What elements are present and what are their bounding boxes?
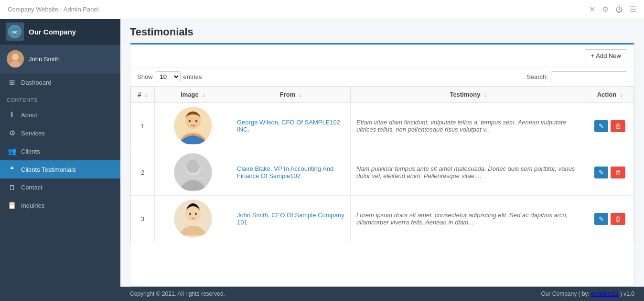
menu-icon[interactable]: ☰ <box>630 5 636 14</box>
sidebar-user: John Smith <box>0 45 120 73</box>
table-row: 2 <box>131 149 634 196</box>
col-header-num[interactable]: # ↕ <box>131 87 155 103</box>
quote-icon: ❝ <box>8 165 16 174</box>
delete-button[interactable]: 🗑 <box>611 167 625 178</box>
inquiries-icon: 📋 <box>8 201 16 210</box>
row-from: George Wilson, CFO Of SAMPLE102 INC. <box>231 103 351 149</box>
show-entries: Show 10 25 50 100 entries <box>137 71 202 82</box>
row-image <box>155 196 231 242</box>
sidebar-item-clients[interactable]: 👥 Clients <box>0 142 120 160</box>
footer-copyright: Copyright © 2021. All rights reserved. <box>130 290 225 297</box>
edit-button[interactable]: ✎ <box>594 120 608 132</box>
sidebar-brand-name: Our Company <box>29 28 76 36</box>
gear-icon[interactable]: ⚙ <box>602 5 609 14</box>
avatar-image <box>174 200 212 238</box>
sidebar-logo-inner: OC <box>8 25 21 38</box>
row-action: ✎ 🗑 <box>586 103 634 149</box>
svg-point-15 <box>195 213 197 215</box>
sidebar-item-services[interactable]: ⚙ Services <box>0 124 120 142</box>
svg-point-8 <box>195 120 197 122</box>
table-head: # ↕ Image ↕ From ↕ <box>131 87 634 103</box>
gear-icon: ⚙ <box>8 129 16 137</box>
page-title: Testimonials <box>130 26 634 38</box>
clients-icon: 👥 <box>8 147 16 156</box>
sidebar-item-label: Inquiries <box>21 202 44 209</box>
avatar <box>7 50 24 67</box>
svg-point-6 <box>185 113 201 129</box>
table-controls: Show 10 25 50 100 entries Search: <box>130 67 634 86</box>
sidebar-item-dashboard[interactable]: ⊞ Dashboard <box>0 73 120 91</box>
sidebar-logo: OC <box>6 22 24 41</box>
dashboard-icon: ⊞ <box>8 78 16 87</box>
row-action: ✎ 🗑 <box>586 149 634 196</box>
row-from: John Smith, CEO Of Sample Company 101 <box>231 196 351 242</box>
svg-text:OC: OC <box>12 30 18 34</box>
edit-button[interactable]: ✎ <box>594 167 608 178</box>
sidebar-item-label: Contact <box>21 184 43 191</box>
svg-point-11 <box>186 160 200 173</box>
svg-point-3 <box>12 54 19 60</box>
close-icon[interactable]: ✕ <box>589 5 595 14</box>
col-header-testimony[interactable]: Testimony ↕ <box>351 87 586 103</box>
row-image <box>155 149 231 196</box>
table-row: 1 <box>131 103 634 149</box>
table-body: 1 <box>131 103 634 242</box>
col-header-image[interactable]: Image ↕ <box>155 87 231 103</box>
sort-icon-action: ↕ <box>620 92 623 98</box>
app-wrapper: Company Website - Admin Panel ✕ ⚙ ⏻ ☰ OC <box>0 0 644 301</box>
footer-brand-info: Our Company ( by: oretnom23 ) v1.0 <box>541 290 635 297</box>
sidebar: OC Our Company John Smith ⊞ <box>0 19 120 301</box>
sidebar-item-contact[interactable]: 🗒 Contact <box>0 178 120 196</box>
sort-icon-from: ↕ <box>299 92 302 98</box>
entries-select[interactable]: 10 25 50 100 <box>156 71 181 82</box>
svg-point-7 <box>189 120 191 122</box>
avatar-image <box>174 153 212 191</box>
entries-label: entries <box>183 73 202 80</box>
content-area: Testimonials + Add New Show 10 25 50 100 <box>120 19 644 301</box>
search-input[interactable] <box>551 71 627 82</box>
testimonials-table: # ↕ Image ↕ From ↕ <box>130 86 634 242</box>
sidebar-item-label: Dashboard <box>21 79 52 86</box>
contact-icon: 🗒 <box>8 183 16 191</box>
add-new-button[interactable]: + Add New <box>585 49 627 62</box>
panel: + Add New Show 10 25 50 100 entries <box>130 43 634 287</box>
row-from: Claire Blake, VP In Accounting And Finan… <box>231 149 351 196</box>
row-num: 2 <box>131 149 155 196</box>
svg-point-14 <box>189 213 191 215</box>
search-area: Search: <box>526 71 627 82</box>
row-testimony: Etiam vitae diam tincidunt, vulputate te… <box>351 103 586 149</box>
table-wrapper: # ↕ Image ↕ From ↕ <box>130 86 634 286</box>
delete-button[interactable]: 🗑 <box>611 120 625 132</box>
edit-button[interactable]: ✎ <box>594 213 608 225</box>
row-num: 3 <box>131 196 155 242</box>
row-image <box>155 103 231 149</box>
sidebar-brand: OC Our Company <box>0 19 120 45</box>
sidebar-section-label: Contents <box>0 91 120 106</box>
col-header-from[interactable]: From ↕ <box>231 87 351 103</box>
footer: Copyright © 2021. All rights reserved. O… <box>120 287 644 301</box>
sidebar-item-clients-testimonials[interactable]: ❝ Clients Testimonials <box>0 160 120 178</box>
sidebar-item-inquiries[interactable]: 📋 Inquiries <box>0 196 120 214</box>
sort-icon-testimony: ↕ <box>484 92 487 98</box>
sidebar-item-about[interactable]: ℹ About <box>0 106 120 124</box>
footer-author-link[interactable]: oretnom23 <box>591 290 618 297</box>
sort-icon-num: ↕ <box>145 92 148 98</box>
sort-icon-image: ↕ <box>202 92 205 98</box>
sidebar-item-label: Clients Testimonials <box>21 166 76 173</box>
avatar-image <box>174 107 212 145</box>
sidebar-user-name: John Smith <box>29 56 60 63</box>
table-row: 3 <box>131 196 634 242</box>
info-icon: ℹ <box>8 111 16 119</box>
show-label: Show <box>137 73 153 80</box>
col-header-action[interactable]: Action ↕ <box>586 87 634 103</box>
sidebar-item-label: About <box>21 111 37 119</box>
panel-toolbar: + Add New <box>130 45 634 67</box>
row-testimony: Lorem ipsum dolor sit amet, consectetur … <box>351 196 586 242</box>
row-action: ✎ 🗑 <box>586 196 634 242</box>
row-num: 1 <box>131 103 155 149</box>
sidebar-item-label: Clients <box>21 148 40 155</box>
delete-button[interactable]: 🗑 <box>611 213 625 225</box>
search-label: Search: <box>526 73 548 80</box>
logout-icon[interactable]: ⏻ <box>615 5 623 14</box>
top-bar: Company Website - Admin Panel ✕ ⚙ ⏻ ☰ <box>0 0 644 19</box>
